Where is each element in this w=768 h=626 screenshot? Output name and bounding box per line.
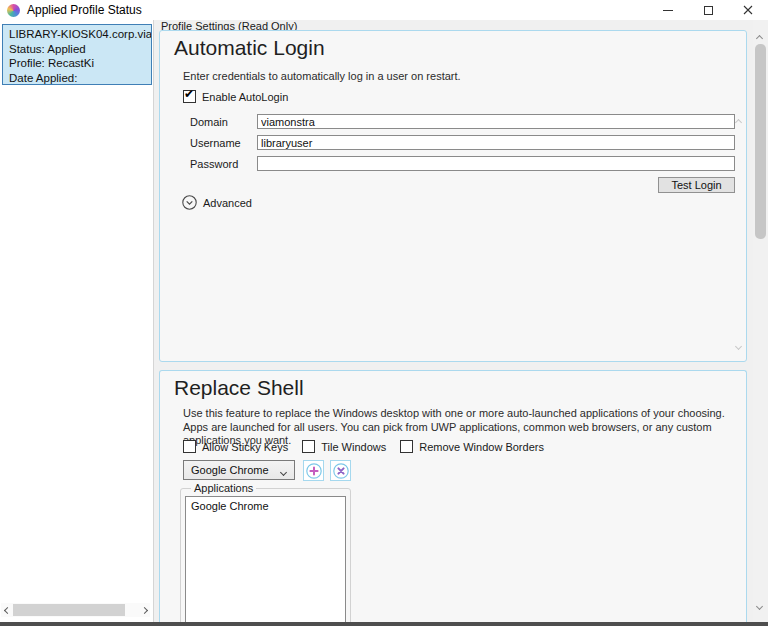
app-window: Applied Profile Status LIBRARY-KIOSK04.c… — [0, 0, 768, 626]
application-list-item[interactable]: Google Chrome — [186, 497, 345, 515]
shell-options-row: Allow Sticky Keys Tile Windows Remove Wi… — [183, 440, 558, 453]
test-login-button[interactable]: Test Login — [658, 177, 735, 193]
device-date-applied: Date Applied: — [9, 71, 151, 86]
automatic-login-description: Enter credentials to automatically log i… — [183, 70, 461, 84]
application-select-value: Google Chrome — [191, 464, 281, 476]
remove-window-borders-label: Remove Window Borders — [419, 441, 544, 453]
sidebar-horizontal-scrollbar[interactable] — [1, 603, 150, 617]
device-list-item-selected[interactable]: LIBRARY-KIOSK04.corp.viamonstra.c Status… — [2, 24, 152, 85]
device-profile: Profile: RecastKi — [9, 56, 151, 71]
username-row: Username — [190, 135, 735, 150]
password-input[interactable] — [257, 156, 735, 171]
minimize-button[interactable] — [648, 0, 688, 20]
remove-icon — [332, 462, 350, 480]
allow-sticky-keys-option: Allow Sticky Keys — [183, 440, 288, 453]
main-scroll-thumb[interactable] — [755, 44, 766, 239]
window-title: Applied Profile Status — [27, 3, 142, 17]
window-controls — [648, 0, 768, 20]
main-vertical-scrollbar[interactable] — [753, 20, 768, 622]
scroll-left-icon[interactable] — [1, 608, 13, 613]
close-button[interactable] — [728, 0, 768, 20]
app-logo-icon — [7, 4, 20, 17]
enable-autologin-label: Enable AutoLogin — [202, 91, 288, 103]
domain-input[interactable] — [257, 114, 735, 129]
device-status: Status: Applied — [9, 42, 151, 57]
enable-autologin-checkbox[interactable]: ✔ — [183, 90, 196, 103]
password-label: Password — [190, 158, 257, 170]
tile-windows-option: Tile Windows — [302, 440, 386, 453]
close-icon — [743, 5, 753, 15]
tile-windows-label: Tile Windows — [321, 441, 386, 453]
advanced-label: Advanced — [203, 197, 252, 209]
advanced-expander[interactable]: Advanced — [182, 195, 252, 210]
panel-scroll-up-icon[interactable] — [736, 111, 741, 129]
domain-label: Domain — [190, 116, 257, 128]
replace-shell-section: Replace Shell Use this feature to replac… — [159, 370, 747, 622]
enable-autologin-row: ✔ Enable AutoLogin — [183, 90, 288, 103]
automatic-login-title: Automatic Login — [174, 36, 325, 60]
minimize-icon — [663, 10, 673, 11]
application-select[interactable]: Google Chrome — [183, 460, 295, 480]
remove-window-borders-checkbox[interactable] — [400, 440, 413, 453]
add-application-button[interactable] — [303, 460, 324, 481]
sidebar-scroll-thumb[interactable] — [13, 604, 125, 616]
device-name: LIBRARY-KIOSK04.corp.viamonstra.c — [9, 27, 151, 42]
remove-application-button[interactable] — [330, 460, 351, 481]
username-label: Username — [190, 137, 257, 149]
maximize-icon — [704, 6, 713, 15]
scroll-down-icon[interactable] — [757, 595, 762, 613]
device-sidebar: LIBRARY-KIOSK04.corp.viamonstra.c Status… — [0, 20, 154, 622]
add-icon — [305, 462, 323, 480]
allow-sticky-keys-checkbox[interactable] — [183, 440, 196, 453]
dropdown-chevron-icon — [281, 461, 286, 479]
scroll-right-icon[interactable] — [138, 608, 150, 613]
expander-chevron-icon — [182, 195, 197, 210]
titlebar: Applied Profile Status — [0, 0, 768, 20]
applications-groupbox: Applications Google Chrome — [180, 488, 351, 622]
scroll-up-icon[interactable] — [757, 27, 762, 45]
maximize-button[interactable] — [688, 0, 728, 20]
sidebar-scroll-track[interactable] — [13, 604, 138, 616]
automatic-login-section: Automatic Login Enter credentials to aut… — [159, 30, 747, 362]
allow-sticky-keys-label: Allow Sticky Keys — [202, 441, 288, 453]
app-body: LIBRARY-KIOSK04.corp.viamonstra.c Status… — [0, 20, 768, 622]
password-row: Password — [190, 156, 735, 171]
tile-windows-checkbox[interactable] — [302, 440, 315, 453]
domain-row: Domain — [190, 114, 735, 129]
window-bottom-border[interactable] — [0, 622, 768, 626]
remove-window-borders-option: Remove Window Borders — [400, 440, 544, 453]
applications-groupbox-label: Applications — [191, 482, 256, 494]
profile-settings-pane: Profile Settings (Read Only) Automatic L… — [154, 20, 768, 622]
replace-shell-title: Replace Shell — [174, 376, 304, 400]
panel-scroll-down-icon[interactable] — [736, 335, 741, 353]
checkmark-icon: ✔ — [184, 88, 194, 101]
applications-listbox[interactable]: Google Chrome — [185, 496, 346, 622]
username-input[interactable] — [257, 135, 735, 150]
